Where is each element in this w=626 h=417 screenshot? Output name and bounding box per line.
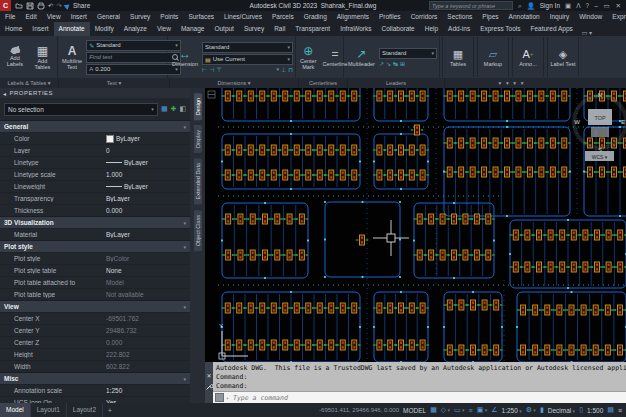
text-panel-label[interactable]: Text ▾ [59,78,170,88]
menu-surfaces[interactable]: Surfaces [183,11,219,22]
command-customize-icon[interactable] [215,393,224,402]
add-tables-button[interactable]: ▦ Add Tables [30,44,55,71]
multileader-button[interactable]: ↗ Multileader [346,47,377,68]
help-icon[interactable]: ? [586,2,590,9]
layout-tab-layout1[interactable]: Layout1 [31,403,67,417]
section-3d-visualization[interactable]: 3D Visualization▾ [0,216,190,228]
labels-tables-panel-label[interactable]: Labels & Tables ▾ [0,78,59,88]
label-test-button[interactable]: ◈Label Test [547,37,579,77]
ribbon-tab-annotate[interactable]: Annotate [54,22,90,36]
dim-baseline-icon[interactable]: ⊤ [216,66,221,73]
menu-insert[interactable]: Insert [66,11,92,22]
menu-sections[interactable]: Sections [442,11,477,22]
menu-file[interactable]: File [0,11,20,22]
centerlines-panel-label[interactable]: Centerlines [299,78,348,88]
find-text-field[interactable] [86,52,181,63]
minimize-button[interactable]: – [594,2,600,9]
value-color[interactable]: ByLayer [106,135,190,143]
menu-window[interactable]: Window [574,11,607,22]
value-linetype[interactable]: ByLayer [106,159,190,166]
selection-dropdown[interactable]: No selection▾ [4,103,158,116]
lineweight-icon[interactable]: ≡ [469,407,473,414]
prop-linetype-scale[interactable]: Linetype scale1.000 [0,168,190,180]
right-buttons-dropdowns[interactable]: ▾ ▾ ▾ ▾ [445,78,577,88]
leaders-panel-label[interactable]: Leaders [348,78,445,88]
prop-transparency[interactable]: TransparencyByLayer [0,192,190,204]
leader-add-icon[interactable]: ↗ [379,60,384,67]
prop-plot-table-type[interactable]: Plot table typeNot available [0,288,190,300]
dim-more-icon[interactable]: ▾ [277,66,280,73]
leader-collect-icon[interactable]: ⊞ [400,60,405,67]
value-lineweight[interactable]: ByLayer [106,183,190,190]
menu-express[interactable]: Express [607,11,626,22]
quick-select-icon[interactable]: ◧ [179,105,186,113]
palette-collapse-icon[interactable]: ◂ [3,90,7,97]
value-plot-style-table[interactable]: None [106,267,190,274]
prop-annotation-scale[interactable]: Annotation scale1:250 [0,384,190,396]
share-label[interactable]: Share [73,2,90,9]
select-objects-icon[interactable]: ✚ [171,105,177,113]
leader-style-select[interactable]: Standard▾ [379,48,437,59]
menu-edit[interactable]: Edit [20,11,41,22]
leader-remove-icon[interactable]: ↘ [386,60,391,67]
tables-button[interactable]: ▦Tables [442,37,474,77]
menu-points[interactable]: Points [155,11,183,22]
ribbon-tab-rail[interactable]: Rail [269,22,290,36]
value-material[interactable]: ByLayer [106,231,190,238]
toggle-pickadd-icon[interactable]: ▦ [161,105,168,113]
value-linetype-scale[interactable]: 1.000 [106,171,190,178]
text-height-field[interactable]: A ▾ [86,64,181,75]
properties-title-bar[interactable]: ◂ PROPERTIES [0,88,190,98]
drawing-area[interactable]: YNWESTOPWCS ▾ [205,88,626,362]
dim-layer-select[interactable]: ▤ Use Current▾ [202,54,293,65]
prop-plot-table-attached-to[interactable]: Plot table attached toModel [0,276,190,288]
dynamic-input-icon[interactable]: ▭ ▾ [454,406,465,414]
add-labels-button[interactable]: Add Labels [2,46,28,68]
multiline-text-button[interactable]: A Multiline Text [60,44,84,71]
center-mark-button[interactable]: ⊕ Center Mark [298,44,319,71]
menu-inquiry[interactable]: Inquiry [545,11,575,22]
model-space-toggle[interactable]: MODEL [403,407,426,414]
ribbon-tab-add-ins[interactable]: Add-ins [443,22,475,36]
ribbon-tab-transparent[interactable]: Transparent [290,22,335,36]
layout-tab-model[interactable]: Model [0,403,31,417]
plot-icon[interactable] [37,2,45,10]
isodraft-icon[interactable]: ∠ [491,406,497,414]
leader-align-icon[interactable]: ↹ [393,60,398,67]
ribbon-tab-insert[interactable]: Insert [27,22,53,36]
workspace-icon[interactable]: ⚙ ▾ [526,406,536,414]
section-general[interactable]: General▾ [0,120,190,132]
secondary-scale[interactable]: 1:500 [587,407,603,414]
isolate-objects-icon[interactable]: ▤ [607,406,614,414]
ribbon-tab-modify[interactable]: Modify [90,22,119,36]
value-width[interactable]: 602.822 [106,363,190,370]
close-button[interactable]: ✕ [616,2,623,9]
prop-center-z[interactable]: Center Z0.000 [0,336,190,348]
command-input-row[interactable]: ▾ [213,391,626,403]
menu-alignments[interactable]: Alignments [332,11,374,22]
new-layout-button[interactable]: + [103,407,117,414]
clean-screen-icon[interactable]: ≡ [618,407,622,414]
menu-view[interactable]: View [42,11,66,22]
cart-icon[interactable]: ▣ [565,2,571,10]
command-recent-icon[interactable]: ▾ [226,395,229,401]
dim-linear-icon[interactable]: ⊢ [202,66,207,73]
command-history[interactable]: Autodesk DWG. This file is a TrustedDWG … [213,362,626,391]
value-annotation-scale[interactable]: 1:250 [106,387,190,394]
prop-layer[interactable]: Layer0 [0,144,190,156]
grid-icon[interactable]: ▦ [430,406,437,414]
palette-tab-design[interactable]: Design [194,93,202,120]
snap-icon[interactable]: ◇ ▾ [441,406,450,414]
palette-tab-extended-data[interactable]: Extended Data [194,158,202,204]
prop-material[interactable]: MaterialByLayer [0,228,190,240]
open-icon[interactable] [15,2,23,10]
menu-annotation[interactable]: Annotation [504,11,545,22]
dimensions-panel-label[interactable]: Dimensions ▾ [170,78,299,88]
ribbon-tab-manage[interactable]: Manage [176,22,210,36]
prop-ucs-icon-on[interactable]: UCS icon OnYes [0,396,190,403]
menu-survey[interactable]: Survey [125,11,155,22]
prop-height[interactable]: Height222.802 [0,348,190,360]
menu-grading[interactable]: Grading [299,11,332,22]
anno-button[interactable]: A+Anno... [512,37,544,77]
ribbon-tab-infraworks[interactable]: InfraWorks [335,22,376,36]
